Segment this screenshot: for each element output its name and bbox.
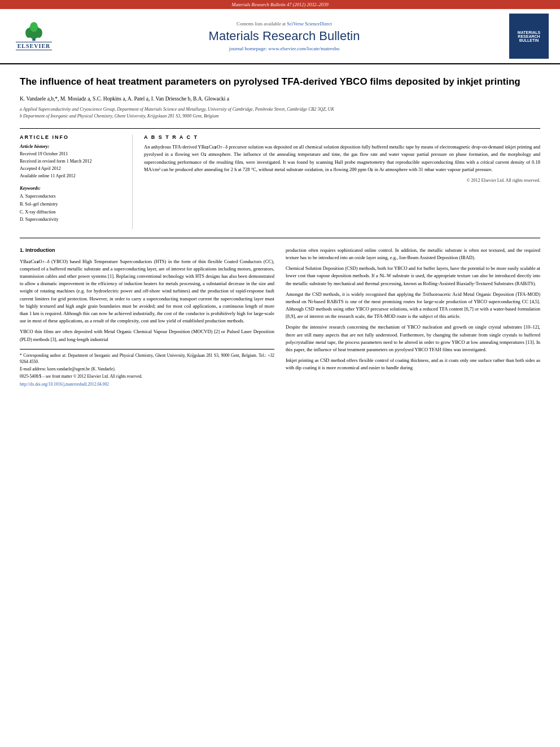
abstract-heading: A B S T R A C T (144, 134, 540, 140)
journal-center-header: Contents lists available at SciVerse Sci… (68, 21, 501, 51)
intro-para1: YBa₂Cu₃O₇₋δ (YBCO) based High Temperatur… (20, 258, 274, 325)
journal-header: ELSEVIER Contents lists available at Sci… (0, 9, 560, 64)
keyword-b: B. Sol–gel chemistry (20, 200, 124, 208)
abstract-text: An anhydrous TFA-derived YBa₂Cu₃O₇₋δ pre… (144, 143, 540, 173)
abstract-column: A B S T R A C T An anhydrous TFA-derived… (144, 134, 540, 229)
intro-para4: Chemical Solution Deposition (CSD) metho… (286, 265, 540, 287)
body-right-column: production often requires sophisticated … (286, 247, 540, 388)
journal-logo-text: MATERIALS RESEARCH BULLETIN (512, 30, 546, 42)
intro-para2: YBCO thin films are often deposited with… (20, 328, 274, 343)
keywords-block: Keywords: A. Superconductors B. Sol–gel … (20, 185, 124, 223)
keyword-c: C. X-ray diffraction (20, 208, 124, 216)
journal-logo-right: MATERIALS RESEARCH BULLETIN (509, 14, 549, 59)
affiliation-a: a Applied Superconductivity and Cryoscie… (20, 106, 540, 113)
doi-footnote[interactable]: http://dx.doi.org/10.1016/j.materresbull… (20, 381, 274, 387)
copyright-line: © 2012 Elsevier Ltd. All rights reserved… (144, 178, 540, 183)
issn-footnote: 0025-5408/$ – see front matter © 2012 El… (20, 373, 274, 379)
keyword-d: D. Superconductivity (20, 216, 124, 224)
accepted-date: Accepted 4 April 2012 (20, 165, 124, 173)
journal-title: Materials Research Bulletin (68, 29, 501, 43)
journal-homepage-url[interactable]: journal homepage: www.elsevier.com/locat… (68, 46, 501, 51)
elsevier-tree-icon (20, 22, 48, 42)
received-date: Received 19 October 2011 (20, 151, 124, 158)
article-info-heading: ARTICLE INFO (20, 134, 124, 140)
online-date: Available online 11 April 2012 (20, 173, 124, 180)
body-divider (20, 238, 540, 238)
article-info-column: ARTICLE INFO Article history: Received 1… (20, 134, 133, 229)
intro-para5: Amongst the CSD methods, it is widely re… (286, 291, 540, 321)
revised-date: Received in revised form 1 March 2012 (20, 158, 124, 165)
history-label: Article history: (20, 143, 124, 149)
body-section: 1. Introduction YBa₂Cu₃O₇₋δ (YBCO) based… (20, 247, 540, 388)
info-abstract-section: ARTICLE INFO Article history: Received 1… (20, 134, 540, 229)
paper-title: The influence of heat treatment paramete… (20, 76, 540, 88)
contents-text: Contents lists available at (237, 21, 286, 27)
sciverse-line: Contents lists available at SciVerse Sci… (68, 21, 501, 27)
svg-point-4 (30, 22, 38, 32)
elsevier-wordmark: ELSEVIER (16, 42, 53, 50)
journal-citation-text: Materials Research Bulletin 47 (2012) 20… (231, 2, 328, 7)
article-history-block: Article history: Received 19 October 201… (20, 143, 124, 180)
keyword-a: A. Superconductors (20, 193, 124, 200)
intro-heading: 1. Introduction (20, 247, 274, 255)
footnote-area: * Corresponding author at: Department of… (20, 349, 274, 387)
corresponding-footnote: * Corresponding author at: Department of… (20, 352, 274, 365)
keywords-list: A. Superconductors B. Sol–gel chemistry … (20, 193, 124, 223)
journal-citation-bar: Materials Research Bulletin 47 (2012) 20… (0, 0, 560, 9)
authors-line: K. Vandaele a,b,*, M. Mosiadz a, S.C. Ho… (20, 95, 540, 103)
intro-para3: production often requires sophisticated … (286, 247, 540, 261)
affiliations: a Applied Superconductivity and Cryoscie… (20, 106, 540, 120)
email-footnote: E-mail address: koen.vandaele@ugent.be (… (20, 366, 274, 372)
header-divider (20, 128, 540, 129)
elsevier-logo: ELSEVIER (11, 22, 56, 50)
intro-para7: Inkjet printing as CSD method offers fle… (286, 357, 540, 372)
keywords-label: Keywords: (20, 185, 124, 191)
paper-container: The influence of heat treatment paramete… (0, 64, 560, 400)
body-left-column: 1. Introduction YBa₂Cu₃O₇₋δ (YBCO) based… (20, 247, 274, 388)
affiliation-b: b Department of Inorganic and Physical C… (20, 113, 540, 120)
sciverse-link[interactable]: SciVerse ScienceDirect (287, 21, 332, 27)
intro-para6: Despite the intensive research concernin… (286, 324, 540, 353)
